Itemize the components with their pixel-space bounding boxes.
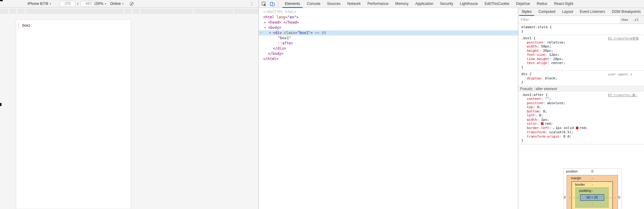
color-swatch[interactable] <box>541 122 544 125</box>
elements-panel[interactable]: <!DOCTYPE html><html lang="en">▶<head>…<… <box>259 8 518 209</box>
style-rule[interactable]: element.style {} <box>518 24 644 35</box>
styles-filter-input[interactable]: Filter <box>518 16 620 24</box>
css-property[interactable]: bottom: 0; <box>521 109 643 114</box>
css-property-name[interactable]: transform <box>527 130 545 134</box>
elements-tree-line[interactable]: ::after <box>259 41 518 46</box>
css-property-name[interactable]: width <box>527 44 537 48</box>
css-property-value[interactable]: 0 <box>539 113 541 117</box>
styles-tab-layout[interactable]: Layout <box>560 8 575 16</box>
elements-tree-line-selected[interactable]: ⋯▼<div class="box1"> == $0 <box>259 30 518 36</box>
more-actions-icon[interactable]: ⋯ <box>260 30 262 36</box>
css-property[interactable]: font-size: 12px; <box>521 53 643 57</box>
css-property[interactable]: text-align: center; <box>521 61 643 65</box>
style-rule[interactable]: .box1 {02.transform变换position: relative;… <box>518 35 644 71</box>
expand-arrow-closed-icon[interactable]: ▶ <box>264 20 266 25</box>
class-toggle[interactable]: .cl <box>633 16 639 24</box>
stylesheet-source-link[interactable]: 02.transform变换 <box>608 36 639 41</box>
expand-arrow-open-icon[interactable]: ▼ <box>269 30 271 36</box>
css-property-value[interactable]: 20px <box>543 49 551 53</box>
css-property[interactable]: width: 50px; <box>521 44 643 49</box>
styles-tab-styles[interactable]: Styles <box>519 8 534 16</box>
elements-tree-line[interactable]: "box1" <box>259 36 518 41</box>
style-rule[interactable]: div {user agent sdisplay: block;} <box>518 71 644 86</box>
css-property[interactable]: transform-origin: 0 0; <box>521 135 643 139</box>
css-property-value[interactable]: red <box>545 122 551 126</box>
devtools-tab-react-sight[interactable]: React-Sight <box>552 0 576 8</box>
devtools-tab-editthiscookie[interactable]: EditThisCookie <box>482 0 512 8</box>
devtools-tab-redux[interactable]: Redux <box>534 0 550 8</box>
elements-tree-line[interactable]: </html> <box>259 56 518 62</box>
css-property[interactable]: top: 0; <box>521 105 643 109</box>
css-property-value[interactable]: 0 <box>543 109 545 113</box>
viewport-width-input[interactable]: 375 <box>60 1 76 7</box>
devtools-tab-dejavue[interactable]: DejaVue <box>514 0 533 8</box>
expand-arrow-open-icon[interactable]: ▼ <box>264 25 266 30</box>
position-right-value[interactable]: 0 <box>617 196 622 199</box>
emulated-page[interactable]: box1 <box>16 20 131 209</box>
css-property-name[interactable]: text-align <box>527 61 547 65</box>
elements-tree-line[interactable]: ▼<body> <box>259 25 518 30</box>
css-property-value[interactable]: block <box>545 76 555 80</box>
stylesheet-source-link[interactable]: 02.transfor…换- <box>608 93 638 97</box>
kebab-menu-icon[interactable]: ⋮ <box>250 0 254 8</box>
css-property-name[interactable]: line-height <box>527 57 549 61</box>
stylesheet-source-link[interactable]: user agent s <box>608 72 632 77</box>
devtools-tab-network[interactable]: Network <box>345 0 363 8</box>
color-swatch[interactable] <box>576 127 579 129</box>
css-property-name[interactable]: position <box>527 40 543 44</box>
devtools-tab-elements[interactable]: Elements <box>282 0 303 8</box>
css-property[interactable]: position: relative; <box>521 40 643 45</box>
elements-tree-line[interactable]: ▶<head>…</head> <box>259 20 518 25</box>
devtools-tab-security[interactable]: Security <box>437 0 456 8</box>
css-property-name[interactable]: content <box>527 97 541 101</box>
border-top-value[interactable]: - <box>590 183 595 186</box>
shorthand-expand-icon[interactable]: ▸ <box>553 127 555 130</box>
css-property-value[interactable]: 12px <box>549 53 557 57</box>
css-property[interactable]: display: block; <box>521 76 643 81</box>
devtools-tab-performance[interactable]: Performance <box>365 0 391 8</box>
elements-tree-line[interactable]: </body> <box>259 51 518 56</box>
css-property[interactable]: height: 20px; <box>521 49 643 53</box>
network-throttle-select[interactable]: Online▾ <box>110 0 124 8</box>
elements-tree-line[interactable]: <html lang="en"> <box>259 15 518 20</box>
css-property[interactable]: position: absolute; <box>521 101 643 105</box>
padding-bottom-value[interactable]: - <box>590 202 595 206</box>
css-property[interactable]: content: ""; <box>521 97 643 101</box>
css-property-name[interactable]: font-size <box>527 53 545 57</box>
devtools-tab-sources[interactable]: Sources <box>325 0 343 8</box>
css-property-name[interactable]: bottom <box>527 109 539 113</box>
position-top-value[interactable]: 0 <box>590 169 595 173</box>
css-property[interactable]: line-height: 20px; <box>521 57 643 61</box>
box-model-content[interactable]: 50 × 20 <box>580 194 604 201</box>
css-property[interactable]: color: red; <box>521 122 643 126</box>
styles-tab-event-listeners[interactable]: Event Listeners <box>577 8 608 16</box>
hover-state-toggle[interactable]: :hov <box>620 16 628 24</box>
elements-tree-line[interactable]: <!DOCTYPE html> <box>259 10 518 15</box>
padding-left-value[interactable]: - <box>575 196 580 199</box>
css-property-value[interactable]: 0 <box>537 105 539 109</box>
rule-selector[interactable]: element.style { <box>521 25 643 29</box>
css-property-name[interactable]: left <box>527 113 535 117</box>
css-property-name[interactable]: display <box>527 76 541 80</box>
device-toolbar-toggle-icon[interactable] <box>270 2 275 6</box>
devtools-tab-application[interactable]: Application <box>413 0 436 8</box>
css-property[interactable]: border-left: ▸1px solid red; <box>521 126 643 131</box>
css-property-value[interactable]: absolute <box>547 101 563 105</box>
css-property-value[interactable]: 20px <box>553 57 561 61</box>
padding-top-value[interactable]: - <box>590 189 595 192</box>
devtools-tab-memory[interactable]: Memory <box>393 0 411 8</box>
css-property[interactable]: left: 0; <box>521 113 643 118</box>
css-property[interactable]: transform: scaleX(0.5); <box>521 130 643 135</box>
css-property-name[interactable]: top <box>527 105 533 109</box>
zoom-select[interactable]: 100%▾ <box>94 0 106 8</box>
css-property-value[interactable]: scaleX(0.5) <box>549 130 571 134</box>
position-left-value[interactable]: 0 <box>562 196 567 199</box>
css-property-value[interactable]: red <box>579 126 586 130</box>
css-property-name[interactable]: border-left <box>527 126 549 130</box>
styles-tab-computed[interactable]: Computed <box>536 8 558 16</box>
css-property-name[interactable]: color <box>527 122 537 126</box>
css-property-value[interactable]: relative <box>547 40 563 44</box>
css-property-value[interactable]: center <box>551 61 563 65</box>
css-property-value[interactable]: "" <box>545 97 549 101</box>
no-throttling-icon[interactable] <box>130 2 134 6</box>
